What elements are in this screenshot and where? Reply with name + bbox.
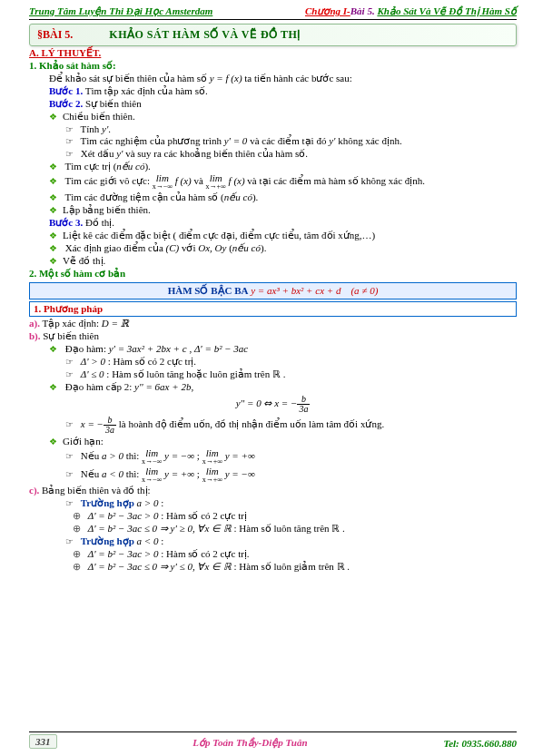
c2t: : Hàm số luôn tăng trên ℝ . [234,523,345,534]
c3t: : Hàm số có 2 cực trị. [161,548,249,559]
th-a-pos: Trường hợp a > 0 : [65,497,517,509]
method-label: 1. Phương pháp [34,303,103,314]
thn1: Trường hợp [81,535,137,546]
dh-lbl: Đạo hàm: [65,343,109,354]
a-eq: D = ℝ [102,318,129,329]
n1: Tìm các nghiệm của phương trình [81,135,224,146]
c3e: Δ' = b² − 3ac > 0 [88,548,159,559]
step3-2: Xác định giao điểm của (C) với Ox, Oy (n… [49,242,517,254]
lim-a2: limx→+∞ [202,448,222,466]
ghn2: a < 0 [102,468,123,479]
part-b: b). Sự biến thiên [29,330,517,342]
n4: y' [329,135,335,146]
b32a: Xác định giao điểm của [65,242,166,253]
thn3: : [161,535,163,546]
step3-1: Liệt kê các điểm đặc biệt ( điểm cực đại… [49,230,517,241]
lesson-title: KHẢO SÁT HÀM SỐ VÀ VẼ ĐỒ THỊ [109,28,301,42]
n3: và các điểm tại đó [250,135,329,146]
step2: Bước 2. Sự biến thiên [49,98,517,110]
gha2: a > 0 [102,450,123,461]
thp1: Trường hợp [81,497,137,508]
tc2: nếu có [224,191,252,202]
c1t: : Hàm số có 2 cực trị [161,510,247,521]
step2-nghiem: Tìm các nghiệm của phương trình y' = 0 v… [65,135,517,147]
b-txt: Sự biến thiên [41,330,99,341]
t1: Tính [81,123,103,134]
a-lbl: a). [29,318,40,329]
d-gt0: Δ' > 0 : Hàm số có 2 cực trị. [65,356,517,368]
step2-tinh: Tính y'. [65,123,517,134]
step2-tiemcan: Tìm các đường tiệm cận của hàm số (nếu c… [49,191,517,203]
case1: Δ' = b² − 3ac > 0 : Hàm số có 2 cực trị [73,510,517,522]
dh2-eq: y'' = 6ax + 2b [134,381,191,392]
step3-3: Vẽ đồ thị. [49,255,517,267]
tc1: Tìm các đường tiệm cận của hàm số ( [65,191,224,202]
ghn3: thì: [126,468,142,479]
lim1: limx→−∞ [153,173,173,191]
step2-cuctri: Tìm cực trị (nếu có). [49,161,517,172]
footer: 331 Lớp Toán Thầy-Diệp Tuân Tel: 0935.66… [29,731,517,749]
fx2: f (x) [229,175,245,186]
daoham2: Đạo hàm cấp 2: y'' = 6ax + 2b, [49,381,517,393]
tc3: ). [252,191,258,202]
thp3: : [161,497,163,508]
lim-nr1: = +∞ [172,468,194,479]
y2-zero: y'' = 0 ⇔ x = −b3a [29,395,517,414]
header-chapter: Chương I- [305,5,350,16]
header: Trung Tâm Luyện Thi Đại Học Amsterdam Ch… [29,5,517,20]
b-lbl: b). [29,330,41,341]
uon-a: x = − [81,418,104,429]
x1: Xét dấu [81,148,116,159]
dle0-l: Δ' ≤ 0 [81,368,104,379]
case3: Δ' = b² − 3ac > 0 : Hàm số có 2 cực trị. [73,548,517,560]
dh-delta: Δ' = b² − 3ac [194,343,248,354]
step2-xet: Xét dấu y' và suy ra các khoảng biến thi… [65,148,517,160]
footer-center: Lớp Toán Thầy-Diệp Tuân [192,737,307,749]
step2-chieu: Chiều biến thiên. [49,111,517,123]
dh2-lbl: Đạo hàm cấp 2: [65,381,134,392]
section-2: 2. Một số hàm cơ bản [29,268,517,280]
step2-text: Sự biến thiên [83,98,141,109]
c2e: Δ' = b² − 3ac ≤ 0 ⇒ y' ≥ 0, ∀x ∈ ℝ [88,523,232,534]
lim-nr2: = −∞ [232,468,254,479]
lesson-label: §BÀI 5. [37,28,73,42]
intro-text-a: Để khảo sát sự biến thiên của hàm số [49,73,210,83]
function-title-box: HÀM SỐ BẬC BA y = ax³ + bx² + cx + d (a … [29,282,517,299]
lim-y2: y [225,450,230,461]
dgt0-l: Δ' > 0 [81,356,105,367]
part-c: c). Bảng biến thiên và đồ thị: [29,485,517,496]
header-bai: Bài 5. [350,5,375,16]
footer-right: Tel: 0935.660.880 [443,738,517,749]
b32c: với [182,242,198,253]
lim-r2: = +∞ [232,450,254,461]
lim-ny2: y [225,468,230,479]
header-right: Chương I-Bài 5. Khảo Sát Và Vẽ Đồ Thị Hà… [305,5,517,17]
page: Trung Tâm Luyện Thi Đại Học Amsterdam Ch… [0,0,533,756]
step3-label: Bước 3. [49,217,83,228]
step2-label: Bước 2. [49,98,83,109]
c1e: Δ' = b² − 3ac > 0 [88,510,159,521]
gha1: Nếu [81,450,102,461]
b32neu: nếu có [232,242,261,253]
c4e: Δ' = b² − 3ac ≤ 0 ⇒ y' ≤ 0, ∀x ∈ ℝ [88,561,232,572]
part-a: a). Tập xác định: D = ℝ [29,318,517,329]
fx1: f (x) [175,175,192,186]
fn-title: HÀM SỐ BẬC BA [168,285,249,296]
intro-eq: y = f (x) [210,73,242,83]
c-txt: Bảng biến thiên và đồ thị: [39,485,150,496]
lesson-title-box: §BÀI 5. KHẢO SÁT HÀM SỐ VÀ VẼ ĐỒ THỊ [29,24,517,46]
gioihan: Giới hạn: [49,436,517,447]
d-le0: Δ' ≤ 0 : Hàm số luôn tăng hoặc luôn giảm… [65,368,517,380]
gv3: và tại các điểm mà hàm số không xác định… [247,175,425,186]
intro-text-b: ta tiến hành các bước sau: [244,73,351,83]
b32d: Ox, Oy [198,242,226,253]
gv1: Tìm các giới vô cực: [65,175,153,186]
fr-3a2: 3a [104,426,116,435]
x3: và suy ra các khoảng biến thiên của hàm … [125,148,308,159]
header-org: Trung Tâm Luyện Thi Đại Học Amsterdam [29,5,212,17]
uon-b: là hoành độ điểm uốn, đồ thị nhận điểm u… [119,418,384,429]
daoham: Đạo hàm: y' = 3ax² + 2bx + c , Δ' = b² −… [49,343,517,355]
lim-y1: y [164,450,169,461]
ct3: ). [144,161,150,172]
lim-n2: limx→+∞ [202,466,222,484]
